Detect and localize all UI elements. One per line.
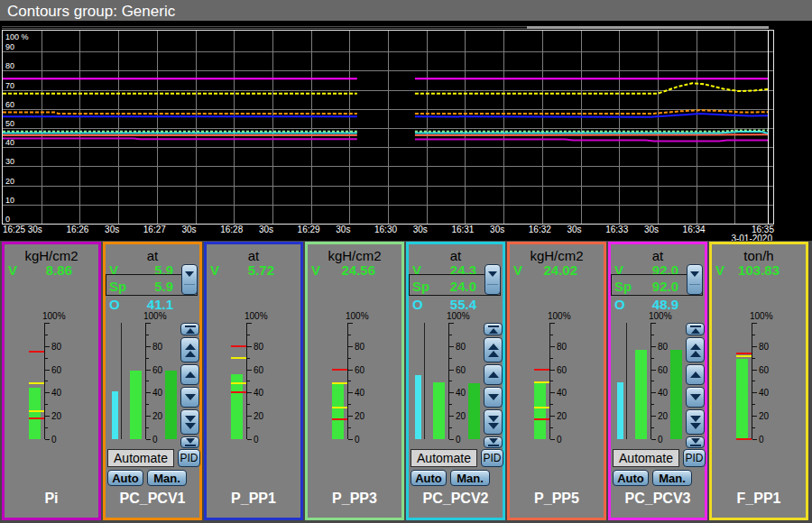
x-axis-label: 16:32 — [529, 225, 551, 234]
up-button[interactable] — [180, 364, 199, 385]
gauge-tick — [45, 358, 48, 359]
alarm-limit-mark — [29, 382, 44, 384]
gauge-scale-label: 60 — [254, 365, 263, 375]
pid-button[interactable]: PID — [178, 449, 200, 467]
gauge-tick — [45, 335, 48, 335]
setpoint-dropdown-button[interactable] — [687, 264, 703, 295]
manual-button[interactable]: Man. — [147, 470, 187, 486]
gauge-tick — [752, 392, 757, 393]
panel-Pi: kgH/cm2V8.86020406080100%Pi — [2, 242, 101, 520]
pid-button[interactable]: PID — [481, 449, 503, 467]
value-bar — [736, 359, 748, 439]
auto-button[interactable]: Auto — [613, 470, 649, 486]
manual-button[interactable]: Man. — [652, 470, 692, 486]
alarm-limit-mark — [29, 351, 44, 353]
unit-label: at — [207, 248, 300, 263]
gauge-scale-label: 0 — [152, 435, 158, 445]
manual-button[interactable]: Man. — [450, 470, 490, 486]
alarm-limit-mark — [231, 357, 246, 359]
double-up-button[interactable] — [484, 337, 503, 362]
gauge-tick — [752, 323, 757, 324]
down-arrow-icon — [488, 423, 499, 429]
gauge-tick — [247, 404, 250, 405]
gauge-tick — [348, 346, 353, 347]
to-min-bar-icon — [185, 445, 196, 446]
down-arrow-icon — [185, 423, 196, 429]
chart-scrollbar[interactable] — [2, 26, 769, 29]
dropdown-divider — [487, 284, 498, 285]
gauge-tick — [348, 381, 351, 381]
gauge-tick — [550, 323, 555, 324]
auto-button[interactable]: Auto — [411, 470, 447, 486]
y-axis-label: 50 — [5, 119, 14, 128]
gauge-scale-label: 40 — [254, 388, 263, 398]
x-axis-label: 30s — [28, 225, 42, 234]
gauge-scale-label: 0 — [658, 435, 663, 445]
gauge-tick — [449, 404, 452, 405]
trend-line-P_PP3 — [415, 131, 768, 132]
panel-P_PP5: kgH/cm2V24.02020406080100%P_PP5 — [507, 242, 606, 520]
setpoint-dropdown-button[interactable] — [484, 264, 501, 295]
gauge-tick — [348, 427, 351, 428]
gauge-tick — [651, 335, 654, 335]
auto-button[interactable]: Auto — [107, 470, 143, 486]
gauge-tick — [752, 381, 755, 381]
gauge-tick — [146, 392, 151, 393]
gauge-scale-label: 0 — [557, 435, 562, 445]
down-button[interactable] — [686, 387, 705, 408]
step-to-min-button[interactable] — [686, 436, 705, 448]
gauge-scale-label: 20 — [759, 411, 769, 421]
step-to-max-button[interactable] — [686, 323, 705, 335]
gauge-scale-top-label: 100% — [649, 311, 672, 321]
pv-label: V — [715, 262, 724, 278]
up-arrow-icon — [690, 344, 701, 350]
x-axis-label: 30s — [567, 225, 582, 234]
down-button[interactable] — [180, 387, 199, 408]
trend-line-PC_PCV1 — [3, 113, 357, 114]
step-to-max-button[interactable] — [484, 323, 503, 335]
gauge-tick — [348, 358, 351, 359]
double-down-button[interactable] — [484, 409, 503, 435]
automate-mode-display[interactable]: Automate — [107, 449, 174, 467]
up-button[interactable] — [686, 364, 705, 385]
double-up-button[interactable] — [180, 337, 199, 362]
automate-mode-display[interactable]: Automate — [411, 449, 477, 467]
gauge-tick — [247, 335, 250, 335]
gauge-tick — [247, 427, 250, 428]
double-down-button[interactable] — [180, 409, 199, 435]
gauge-tick — [45, 392, 50, 393]
x-axis-label: 16:29 — [298, 225, 320, 234]
automate-mode-display[interactable]: Automate — [613, 449, 679, 467]
gauge-scale-label: 60 — [658, 365, 668, 375]
x-axis-label: 16:27 — [143, 225, 166, 234]
x-axis-label: 30s — [644, 225, 659, 234]
setpoint-dropdown-button[interactable] — [181, 264, 198, 295]
gauge-scale-label: 20 — [51, 411, 61, 421]
chart-scrollbar-thumb[interactable] — [527, 26, 769, 29]
down-button[interactable] — [484, 387, 503, 408]
x-axis-label: 16:28 — [220, 225, 243, 234]
step-to-min-button[interactable] — [180, 436, 199, 448]
pv-label: V — [513, 262, 522, 278]
step-to-max-button[interactable] — [180, 323, 199, 335]
double-up-button[interactable] — [686, 337, 705, 362]
step-to-min-button[interactable] — [484, 436, 503, 448]
pid-button[interactable]: PID — [683, 449, 706, 467]
gauge-tick — [247, 416, 252, 417]
panel-name: PC_PCV3 — [611, 491, 705, 507]
panel-name: P_PP3 — [308, 491, 401, 507]
gauge-scale-label: 60 — [152, 365, 162, 375]
double-down-button[interactable] — [686, 409, 705, 435]
gauge-scale-label: 20 — [152, 411, 162, 421]
y-axis-label: 40 — [5, 138, 14, 147]
up-button[interactable] — [484, 364, 503, 385]
sp-value: 5.9 — [122, 279, 173, 294]
sp-value: 24.0 — [425, 279, 476, 294]
gauge-scale-label: 40 — [557, 388, 567, 398]
output-bar — [617, 382, 623, 439]
gauge-scale-label: 40 — [658, 388, 668, 398]
unit-label: kgH/cm2 — [308, 248, 401, 263]
to-min-bar-icon — [690, 445, 701, 446]
gauge-scale-label: 80 — [152, 342, 162, 352]
gauge-tick — [449, 439, 454, 440]
